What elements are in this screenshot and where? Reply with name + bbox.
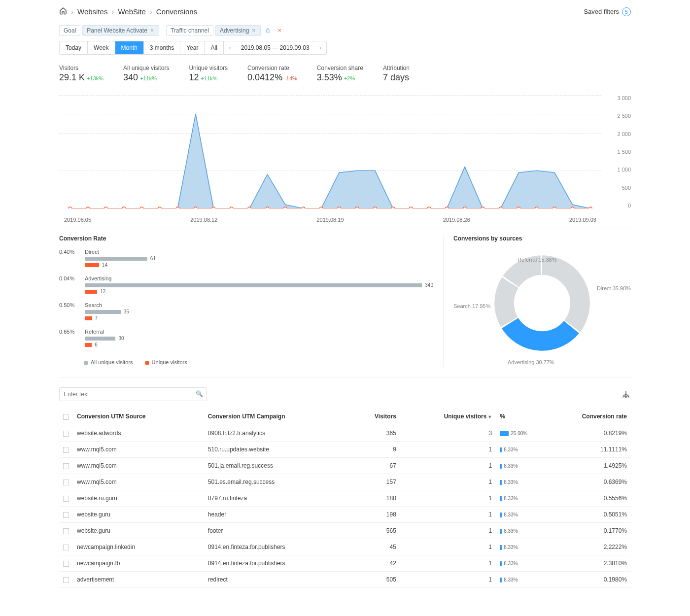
period-selector: TodayWeekMonth3 monthsYearAll‹2019.08.05… — [59, 41, 327, 55]
next-range-icon[interactable]: › — [314, 41, 326, 54]
sort-desc-icon: ▼ — [487, 414, 492, 419]
svg-point-15 — [338, 207, 341, 208]
row-checkbox[interactable] — [63, 528, 69, 534]
filter-chip-goal-value[interactable]: Panel Website Activate× — [82, 25, 159, 36]
select-all-checkbox[interactable] — [63, 414, 69, 420]
svg-point-26 — [535, 207, 538, 208]
main-chart: 3 0002 5002 0001 5001 0005000 2019.08.05… — [59, 95, 631, 228]
row-checkbox[interactable] — [63, 479, 69, 485]
saved-filters-label: Saved filters — [584, 8, 619, 15]
table-row[interactable]: website.ru.guru0797.ru.finteza18018.33%0… — [59, 490, 631, 507]
row-checkbox[interactable] — [63, 447, 69, 453]
search-input[interactable] — [59, 387, 207, 401]
clear-filters-icon[interactable]: × — [275, 26, 284, 35]
svg-point-11 — [266, 207, 269, 208]
filter-chip-traffic-value[interactable]: Advertising× — [215, 25, 261, 36]
donut-label-advertising: Advertising 30.77% — [508, 359, 554, 365]
rate-row-search: 0.50%Search357 — [59, 302, 433, 322]
table-row[interactable]: newcampaign.linkedin0914.en.finteza.for.… — [59, 539, 631, 555]
saved-filters-count: 5 — [622, 7, 631, 16]
col-pct[interactable]: % — [496, 408, 540, 425]
filter-chip-traffic-label[interactable]: Traffic channel — [166, 25, 213, 36]
svg-point-18 — [391, 207, 395, 208]
row-checkbox[interactable] — [63, 496, 69, 502]
svg-point-7 — [194, 207, 198, 208]
search-icon[interactable]: 🔍 — [196, 390, 203, 397]
table-row[interactable]: www.mql5.com510.ru.updates.website918.33… — [59, 442, 631, 458]
filter-chip-goal-label[interactable]: Goal — [59, 25, 80, 36]
rate-row-direct: 0.40%Direct6114 — [59, 249, 433, 269]
x-axis: 2019.08.052019.08.122019.08.192019.08.26… — [59, 217, 601, 223]
row-checkbox[interactable] — [63, 431, 69, 437]
row-checkbox[interactable] — [63, 561, 69, 567]
svg-point-0 — [69, 207, 72, 208]
download-icon[interactable] — [621, 389, 631, 399]
svg-point-4 — [140, 207, 143, 208]
table-row[interactable]: advertisementredirect50518.33%0.1980% — [59, 572, 631, 588]
conversion-rate-title: Conversion Rate — [59, 235, 433, 242]
svg-point-12 — [284, 207, 287, 208]
col-campaign[interactable]: Conversion UTM Campaign — [204, 408, 350, 425]
row-checkbox[interactable] — [63, 545, 69, 550]
svg-point-29 — [589, 207, 592, 208]
save-filter-icon[interactable]: ⎙ — [263, 26, 273, 35]
metric-conv_share: Conversion share3.53%+2% — [317, 65, 363, 83]
svg-point-22 — [463, 207, 467, 208]
close-icon[interactable]: × — [251, 27, 256, 34]
svg-point-13 — [302, 207, 305, 208]
breadcrumb-page[interactable]: Conversions — [156, 7, 197, 16]
rate-legend: All unique visitors Unique visitors — [59, 355, 433, 365]
legend-dot-unique — [145, 361, 149, 365]
row-checkbox[interactable] — [63, 512, 69, 518]
legend-dot-all — [84, 361, 88, 365]
period-year[interactable]: Year — [180, 41, 205, 54]
chevron-right-icon: › — [71, 7, 73, 16]
svg-point-6 — [176, 207, 179, 208]
row-checkbox[interactable] — [63, 463, 69, 469]
table-row[interactable]: website.adwords0908.tr.fz2.tr.analytics3… — [59, 425, 631, 442]
svg-point-8 — [212, 207, 215, 208]
col-source[interactable]: Conversion UTM Source — [73, 408, 204, 425]
y-axis: 3 0002 5002 0001 5001 0005000 — [606, 95, 631, 208]
period-3months[interactable]: 3 months — [144, 41, 180, 54]
table-row[interactable]: www.mql5.com501.ja.email.reg.success6718… — [59, 458, 631, 474]
breadcrumb: › Websites › WebSite › Conversions — [59, 7, 197, 16]
donut-label-direct: Direct 35.90% — [597, 285, 631, 291]
saved-filters[interactable]: Saved filters 5 — [584, 7, 631, 16]
table-row[interactable]: www.mql5.com501.es.email.reg.success1571… — [59, 474, 631, 490]
table-row[interactable]: website.guruheader19818.33%0.5051% — [59, 507, 631, 523]
conversion-table: Conversion UTM Source Conversion UTM Cam… — [59, 408, 631, 588]
svg-point-9 — [230, 207, 233, 208]
row-checkbox[interactable] — [63, 577, 69, 583]
table-row[interactable]: newcampaign.fb0914.en.finteza.for.publis… — [59, 555, 631, 572]
svg-point-3 — [122, 207, 126, 208]
svg-point-10 — [248, 207, 251, 208]
home-icon[interactable] — [59, 7, 67, 16]
svg-point-24 — [499, 207, 503, 208]
period-week[interactable]: Week — [88, 41, 115, 54]
svg-point-21 — [445, 207, 448, 208]
svg-point-19 — [410, 207, 413, 208]
close-icon[interactable]: × — [149, 27, 155, 34]
period-all[interactable]: All — [205, 41, 223, 54]
chevron-right-icon: › — [111, 7, 114, 16]
svg-point-25 — [517, 207, 520, 208]
svg-point-14 — [319, 207, 323, 208]
table-row[interactable]: website.gurufooter56518.33%0.1770% — [59, 523, 631, 539]
breadcrumb-websites[interactable]: Websites — [77, 7, 107, 16]
col-rate[interactable]: Conversion rate — [540, 408, 631, 425]
svg-point-5 — [158, 207, 162, 208]
col-unique[interactable]: Unique visitors▼ — [400, 408, 496, 425]
period-today[interactable]: Today — [60, 41, 88, 54]
metric-visitors: Visitors29.1 K+13k% — [59, 65, 104, 83]
donut-label-referral: Referral 15.38% — [518, 257, 557, 263]
breadcrumb-site[interactable]: WebSite — [118, 7, 145, 16]
svg-point-17 — [374, 207, 377, 208]
col-visitors[interactable]: Visitors — [350, 408, 400, 425]
period-month[interactable]: Month — [115, 41, 144, 54]
date-range[interactable]: 2019.08.05 — 2019.09.03 — [236, 41, 314, 54]
metric-all_unique: All unique visitors340+11k% — [123, 65, 169, 83]
table-search: 🔍 — [59, 387, 207, 401]
prev-range-icon[interactable]: ‹ — [224, 41, 236, 54]
svg-point-28 — [571, 207, 574, 208]
